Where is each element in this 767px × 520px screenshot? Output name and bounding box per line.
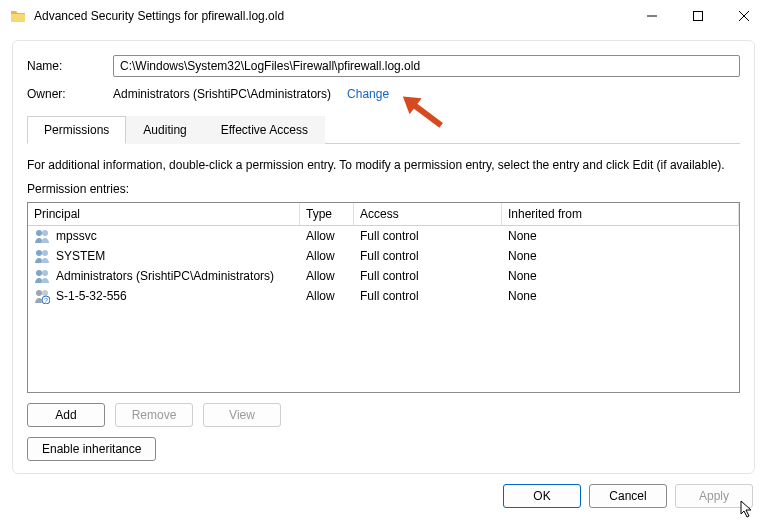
svg-point-8: [42, 290, 48, 296]
access-text: Full control: [354, 287, 502, 305]
col-inherited[interactable]: Inherited from: [502, 203, 739, 225]
owner-row: Owner: Administrators (SrishtiPC\Adminis…: [27, 87, 740, 101]
entry-buttons: Add Remove View: [27, 403, 740, 427]
tab-permissions[interactable]: Permissions: [27, 116, 126, 144]
table-header: Principal Type Access Inherited from: [28, 203, 739, 226]
inherited-text: None: [502, 247, 739, 265]
table-row[interactable]: SYSTEMAllowFull controlNone: [28, 246, 739, 266]
folder-icon: [10, 8, 26, 24]
add-button[interactable]: Add: [27, 403, 105, 427]
permission-entries-label: Permission entries:: [27, 182, 740, 196]
svg-point-5: [36, 270, 42, 276]
svg-rect-0: [694, 12, 703, 21]
titlebar: Advanced Security Settings for pfirewall…: [0, 0, 767, 32]
owner-label: Owner:: [27, 87, 113, 101]
table-row[interactable]: Administrators (SrishtiPC\Administrators…: [28, 266, 739, 286]
col-access[interactable]: Access: [354, 203, 502, 225]
owner-value: Administrators (SrishtiPC\Administrators…: [113, 87, 331, 101]
inherited-text: None: [502, 287, 739, 305]
principal-icon: ?: [34, 288, 50, 304]
info-text: For additional information, double-click…: [27, 158, 740, 172]
permission-table: Principal Type Access Inherited from mps…: [27, 202, 740, 393]
svg-point-3: [36, 250, 42, 256]
tab-strip: Permissions Auditing Effective Access: [27, 115, 740, 144]
close-button[interactable]: [721, 0, 767, 32]
svg-text:?: ?: [44, 297, 48, 304]
type-text: Allow: [300, 247, 354, 265]
content-panel: Name: C:\Windows\System32\LogFiles\Firew…: [12, 40, 755, 474]
principal-icon: [34, 268, 50, 284]
access-text: Full control: [354, 267, 502, 285]
svg-point-1: [36, 230, 42, 236]
name-label: Name:: [27, 59, 113, 73]
principal-text: Administrators (SrishtiPC\Administrators…: [56, 269, 274, 283]
remove-button[interactable]: Remove: [115, 403, 193, 427]
name-row: Name: C:\Windows\System32\LogFiles\Firew…: [27, 55, 740, 77]
table-row[interactable]: ?S-1-5-32-556AllowFull controlNone: [28, 286, 739, 306]
col-principal[interactable]: Principal: [28, 203, 300, 225]
svg-point-7: [36, 290, 42, 296]
ok-button[interactable]: OK: [503, 484, 581, 508]
type-text: Allow: [300, 227, 354, 245]
window-controls: [629, 0, 767, 32]
col-type[interactable]: Type: [300, 203, 354, 225]
type-text: Allow: [300, 267, 354, 285]
window-title: Advanced Security Settings for pfirewall…: [34, 9, 284, 23]
name-field[interactable]: C:\Windows\System32\LogFiles\Firewall\pf…: [113, 55, 740, 77]
minimize-button[interactable]: [629, 0, 675, 32]
svg-point-2: [42, 230, 48, 236]
svg-point-4: [42, 250, 48, 256]
svg-point-6: [42, 270, 48, 276]
principal-text: SYSTEM: [56, 249, 105, 263]
principal-text: S-1-5-32-556: [56, 289, 127, 303]
type-text: Allow: [300, 287, 354, 305]
enable-inheritance-button[interactable]: Enable inheritance: [27, 437, 156, 461]
cancel-button[interactable]: Cancel: [589, 484, 667, 508]
inherited-text: None: [502, 267, 739, 285]
apply-button[interactable]: Apply: [675, 484, 753, 508]
access-text: Full control: [354, 247, 502, 265]
principal-text: mpssvc: [56, 229, 97, 243]
principal-icon: [34, 248, 50, 264]
view-button[interactable]: View: [203, 403, 281, 427]
inheritance-row: Enable inheritance: [27, 437, 740, 461]
table-row[interactable]: mpssvcAllowFull controlNone: [28, 226, 739, 246]
table-body: mpssvcAllowFull controlNoneSYSTEMAllowFu…: [28, 226, 739, 306]
access-text: Full control: [354, 227, 502, 245]
maximize-button[interactable]: [675, 0, 721, 32]
dialog-buttons: OK Cancel Apply: [0, 474, 767, 520]
change-owner-link[interactable]: Change: [347, 87, 389, 101]
window: Advanced Security Settings for pfirewall…: [0, 0, 767, 520]
inherited-text: None: [502, 227, 739, 245]
tab-auditing[interactable]: Auditing: [126, 116, 203, 144]
principal-icon: [34, 228, 50, 244]
tab-effective-access[interactable]: Effective Access: [204, 116, 325, 144]
